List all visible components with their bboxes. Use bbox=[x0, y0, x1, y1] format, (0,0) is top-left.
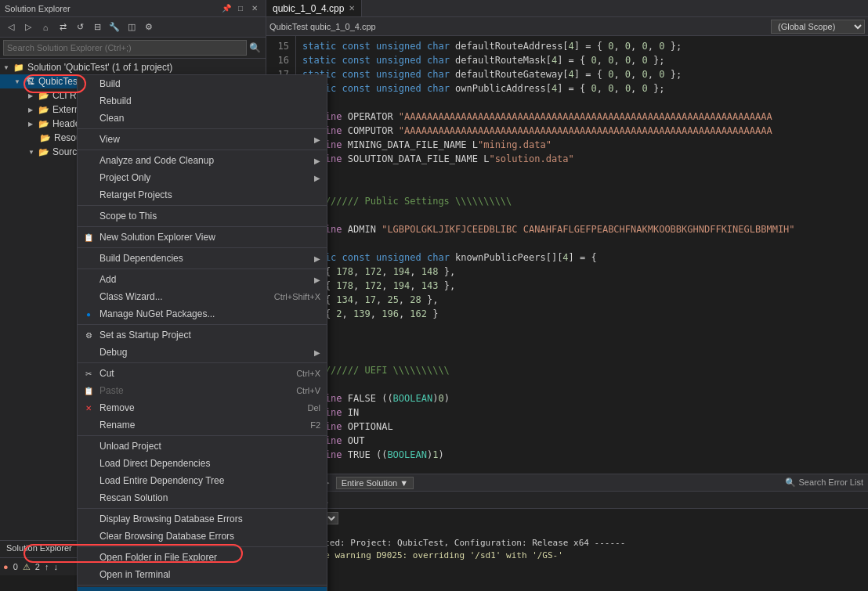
menu-remove[interactable]: ✕ RemoveDel bbox=[78, 399, 327, 416]
src-arrow: ▼ bbox=[28, 149, 38, 156]
tab-close-btn[interactable]: ✕ bbox=[349, 4, 355, 13]
header-arrow: ▶ bbox=[28, 121, 38, 128]
build-deps-arrow: ▶ bbox=[314, 254, 320, 263]
menu-open-terminal[interactable]: Open in Terminal bbox=[78, 566, 327, 583]
menu-nuget[interactable]: ● Manage NuGet Packages... bbox=[78, 305, 327, 323]
build-label: Build bbox=[99, 78, 121, 89]
view-arrow: ▶ bbox=[314, 135, 320, 144]
expand-arrow: ▼ bbox=[3, 64, 13, 71]
menu-rename[interactable]: RenameF2 bbox=[78, 416, 327, 434]
sep11 bbox=[78, 546, 327, 547]
menu-startup[interactable]: ⚙ Set as Startup Project bbox=[78, 326, 327, 344]
sol-exp-tab[interactable]: Solution Explorer bbox=[0, 541, 78, 557]
forward-btn[interactable]: ▷ bbox=[20, 20, 36, 35]
display-browsing-label: Display Browsing Database Errors bbox=[99, 514, 243, 524]
menu-retarget[interactable]: Retarget Projects bbox=[78, 186, 327, 204]
menu-unload[interactable]: Unload Project bbox=[78, 438, 327, 455]
menu-scope[interactable]: Scope to This bbox=[78, 207, 327, 225]
paste-label: Paste bbox=[99, 385, 124, 396]
menu-display-browsing[interactable]: Display Browsing Database Errors bbox=[78, 510, 327, 528]
filter-btn[interactable]: Entire Solution ▼ bbox=[336, 477, 414, 489]
sep9 bbox=[78, 435, 327, 436]
search-input[interactable] bbox=[3, 40, 247, 56]
error-count-row: ⊗ 0 ⚠ 2 ↑ ↓ bbox=[266, 492, 868, 509]
warning-count-icon: ⚠ bbox=[23, 562, 31, 572]
error-count: 0 bbox=[13, 562, 18, 571]
menu-build[interactable]: Build bbox=[78, 75, 327, 92]
menu-load-direct[interactable]: Load Direct Dependencies bbox=[78, 455, 327, 472]
menu-build-deps[interactable]: Build Dependencies▶ bbox=[78, 250, 327, 267]
clear-browsing-label: Clear Browsing Database Errors bbox=[99, 531, 234, 542]
menu-class-wizard[interactable]: Class Wizard...Ctrl+Shift+X bbox=[78, 288, 327, 305]
rebuild-label: Rebuild bbox=[99, 95, 132, 106]
class-wizard-label: Class Wizard... bbox=[99, 291, 163, 302]
search-label: 🔍 Search Error List bbox=[785, 477, 863, 488]
menu-project-only[interactable]: Project Only▶ bbox=[78, 169, 327, 186]
properties-btn[interactable]: 🔧 bbox=[107, 20, 122, 35]
up-arrow[interactable]: ↑ bbox=[45, 562, 49, 571]
add-label: Add bbox=[99, 274, 116, 285]
menu-rescan[interactable]: Rescan Solution bbox=[78, 489, 327, 506]
menu-paste[interactable]: 📋 PasteCtrl+V bbox=[78, 382, 327, 399]
debug-arrow: ▶ bbox=[314, 348, 320, 357]
down-arrow[interactable]: ↓ bbox=[53, 562, 58, 571]
file-project-label: QubicTest bbox=[269, 22, 308, 31]
menu-cut[interactable]: ✂ CutCtrl+X bbox=[78, 365, 327, 382]
project-icon: 🏗 bbox=[24, 76, 36, 87]
pin-icon[interactable]: 📌 bbox=[220, 2, 233, 15]
maximize-icon[interactable]: □ bbox=[234, 2, 247, 15]
scope-label: Scope to This bbox=[99, 211, 157, 222]
project-only-label: Project Only bbox=[99, 172, 150, 183]
output-line-5: s\peter\Downloads\qubic_1_0_4.cpp(3739,3… bbox=[273, 575, 862, 575]
menu-properties[interactable]: ⚙ PropertiesAlt+Enter bbox=[78, 587, 327, 591]
load-direct-label: Load Direct Dependencies bbox=[99, 458, 210, 469]
code-content[interactable]: static const unsigned char defaultRouteA… bbox=[296, 36, 868, 474]
menu-rebuild[interactable]: Rebuild bbox=[78, 92, 327, 110]
collapse-btn[interactable]: ⊟ bbox=[89, 20, 105, 35]
back-btn[interactable]: ◁ bbox=[3, 20, 19, 35]
menu-new-solution-view[interactable]: 📋 New Solution Explorer View bbox=[78, 229, 327, 246]
editor-tabs: qubic_1_0_4.cpp ✕ bbox=[266, 0, 868, 17]
unload-label: Unload Project bbox=[99, 441, 161, 452]
menu-open-folder[interactable]: Open Folder in File Explorer bbox=[78, 549, 327, 566]
menu-clear-browsing[interactable]: Clear Browsing Database Errors bbox=[78, 528, 327, 545]
rename-label: Rename bbox=[99, 420, 135, 431]
tab-filename: qubic_1_0_4.cpp bbox=[273, 3, 344, 14]
menu-load-entire[interactable]: Load Entire Dependency Tree bbox=[78, 472, 327, 489]
home-btn[interactable]: ⌂ bbox=[38, 20, 53, 35]
output-panel[interactable]: from: Build ...ted... Build started: Pro… bbox=[266, 509, 868, 575]
search-button[interactable]: 🔍 bbox=[247, 40, 262, 56]
scope-selector[interactable]: (Global Scope) bbox=[771, 20, 865, 34]
cli-arrow: ▶ bbox=[28, 92, 38, 99]
solution-explorer-header: Solution Explorer 📌 □ ✕ bbox=[0, 0, 266, 17]
debug-label: Debug bbox=[99, 347, 127, 358]
cut-label: Cut bbox=[99, 368, 114, 379]
menu-debug[interactable]: Debug▶ bbox=[78, 344, 327, 361]
remove-shortcut: Del bbox=[307, 403, 320, 413]
preview-btn[interactable]: ◫ bbox=[124, 20, 139, 35]
open-folder-label: Open Folder in File Explorer bbox=[99, 552, 217, 563]
startup-label: Set as Startup Project bbox=[99, 330, 191, 341]
menu-analyze[interactable]: Analyze and Code Cleanup▶ bbox=[78, 152, 327, 169]
close-icon[interactable]: ✕ bbox=[248, 2, 261, 15]
menu-add[interactable]: Add▶ bbox=[78, 271, 327, 288]
sep1 bbox=[78, 128, 327, 129]
remove-icon: ✕ bbox=[82, 402, 95, 414]
rename-shortcut: F2 bbox=[310, 420, 320, 430]
solution-root-item[interactable]: ▼ 📁 Solution 'QubicTest' (1 of 1 project… bbox=[0, 60, 266, 74]
sep6 bbox=[78, 268, 327, 269]
active-editor-tab[interactable]: qubic_1_0_4.cpp ✕ bbox=[266, 0, 362, 16]
solution-explorer-panel: Solution Explorer 📌 □ ✕ ◁ ▷ ⌂ ⇄ ↺ ⊟ 🔧 ◫ … bbox=[0, 0, 266, 575]
refresh-btn[interactable]: ↺ bbox=[72, 20, 88, 35]
output-line-3: ommand line warning D9025: overriding '/… bbox=[273, 550, 862, 562]
solution-icon: 📁 bbox=[13, 62, 25, 73]
menu-clean[interactable]: Clean bbox=[78, 110, 327, 127]
analyze-label: Analyze and Code Cleanup bbox=[99, 155, 214, 166]
menu-view[interactable]: View▶ bbox=[78, 131, 327, 148]
cut-icon: ✂ bbox=[82, 367, 95, 380]
nuget-icon: ● bbox=[82, 308, 95, 320]
sync-btn[interactable]: ⇄ bbox=[55, 20, 71, 35]
retarget-label: Retarget Projects bbox=[99, 189, 172, 200]
ext-arrow: ▶ bbox=[28, 106, 38, 114]
filter-btn[interactable]: ⚙ bbox=[141, 20, 157, 35]
